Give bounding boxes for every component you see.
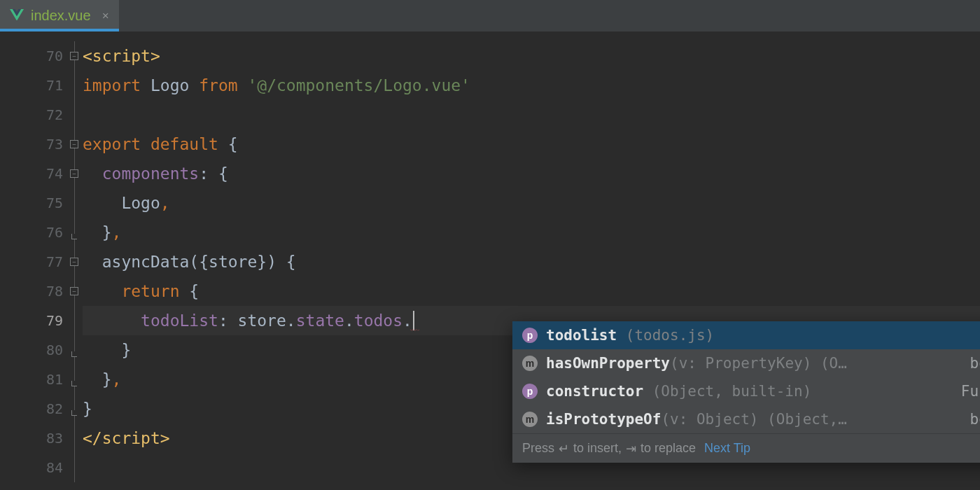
line-number: 83 — [46, 430, 63, 447]
code-line[interactable]: import Logo from '@/components/Logo.vue' — [83, 71, 980, 100]
line-number: 74 — [46, 165, 63, 182]
completion-item[interactable]: misPrototypeOf(v: Object) (Object,…boole… — [512, 405, 980, 433]
close-icon[interactable]: × — [102, 9, 109, 23]
line-number: 84 — [46, 459, 63, 476]
fold-collapse-icon[interactable]: − — [70, 140, 78, 148]
completion-item[interactable]: pconstructor (Object, built-in)Function — [512, 377, 980, 405]
line-number: 78 — [46, 283, 63, 300]
line-number: 80 — [46, 342, 63, 358]
completion-label: constructor (Object, built-in) — [546, 383, 811, 400]
completion-label: isPrototypeOf(v: Object) (Object,… — [546, 411, 847, 428]
line-number: 76 — [46, 224, 63, 241]
code-line[interactable] — [83, 100, 980, 130]
footer-text: Press — [522, 441, 554, 456]
fold-gutter: −−−−− — [66, 31, 83, 490]
code-line[interactable]: }, — [83, 218, 980, 247]
tab-bar: index.vue × — [0, 0, 980, 31]
completion-type: boolean — [969, 355, 980, 372]
line-number: 72 — [46, 106, 63, 123]
completion-footer: Press ↵ to insert, ⇥ to replace Next Tip… — [512, 433, 980, 463]
tab-key-icon: ⇥ — [626, 441, 636, 456]
code-area[interactable]: <script>import Logo from '@/components/L… — [83, 31, 980, 490]
completion-label: todolist (todos.js) — [546, 327, 714, 344]
fold-end-icon — [71, 351, 77, 357]
line-number: 73 — [46, 136, 63, 153]
method-kind-icon: m — [522, 356, 538, 371]
completion-type: Function — [961, 383, 980, 400]
completion-item[interactable]: mhasOwnProperty(v: PropertyKey) (O…boole… — [512, 349, 980, 377]
fold-collapse-icon[interactable]: − — [70, 169, 78, 178]
next-tip-link[interactable]: Next Tip — [704, 441, 750, 456]
file-tab-title: index.vue — [31, 8, 91, 24]
fold-end-icon — [71, 381, 77, 386]
code-line[interactable]: components: { — [83, 159, 980, 188]
line-number: 82 — [46, 400, 63, 417]
line-number: 75 — [46, 195, 63, 211]
completion-item[interactable]: ptodolist (todos.js)[] — [512, 321, 980, 349]
fold-end-icon — [71, 234, 77, 239]
property-kind-icon: p — [522, 384, 538, 399]
code-line[interactable]: asyncData({store}) { — [83, 247, 980, 276]
completion-list[interactable]: ptodolist (todos.js)[]mhasOwnProperty(v:… — [512, 321, 980, 433]
code-line[interactable]: Logo, — [83, 188, 980, 218]
line-number: 77 — [46, 253, 63, 270]
line-number-gutter: 707172737475767778798081828384 — [0, 31, 66, 490]
error-underline-icon: ﹏ — [410, 321, 418, 334]
completion-popup: ptodolist (todos.js)[]mhasOwnProperty(v:… — [512, 321, 980, 463]
fold-collapse-icon[interactable]: − — [70, 52, 78, 60]
completion-label: hasOwnProperty(v: PropertyKey) (O… — [546, 355, 847, 372]
file-tab-index-vue[interactable]: index.vue × — [0, 0, 119, 31]
fold-collapse-icon[interactable]: − — [70, 258, 78, 266]
property-kind-icon: p — [522, 328, 538, 343]
fold-end-icon — [71, 410, 77, 416]
editor-window: index.vue × 7071727374757677787980818283… — [0, 0, 980, 490]
line-number: 71 — [46, 77, 63, 94]
line-number: 70 — [46, 48, 63, 64]
line-number: 79 — [46, 312, 63, 329]
fold-collapse-icon[interactable]: − — [70, 287, 78, 295]
vue-icon — [10, 9, 24, 23]
method-kind-icon: m — [522, 412, 538, 427]
line-number: 81 — [46, 371, 63, 388]
completion-type: boolean — [969, 411, 980, 428]
code-line[interactable]: export default { — [83, 130, 980, 159]
footer-text: to replace — [640, 441, 696, 456]
footer-text: to insert, — [573, 441, 622, 456]
code-editor[interactable]: 707172737475767778798081828384 −−−−− <sc… — [0, 31, 980, 490]
enter-key-icon: ↵ — [559, 441, 569, 456]
code-line[interactable]: <script> — [83, 41, 980, 71]
code-line[interactable]: return { — [83, 276, 980, 306]
